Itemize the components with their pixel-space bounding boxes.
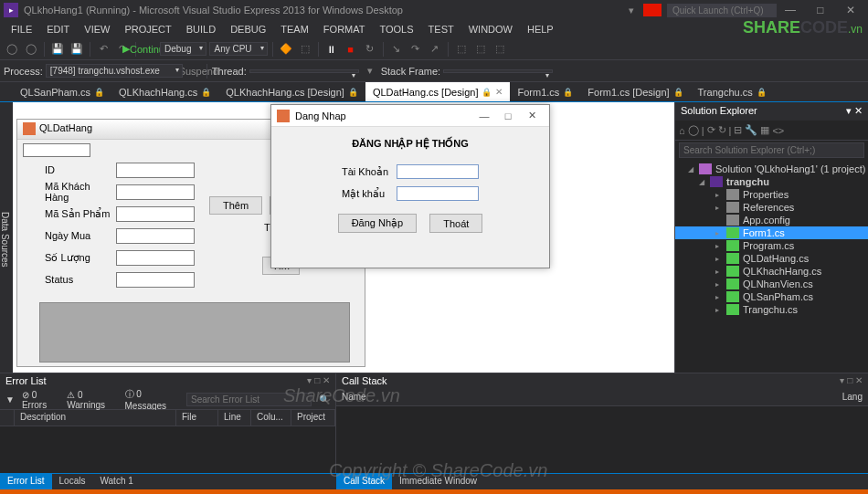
nav-back-icon[interactable]: ◯ [4,41,20,58]
menu-build[interactable]: BUILD [179,22,223,37]
menu-file[interactable]: FILE [4,22,39,37]
menu-team[interactable]: TEAM [273,22,316,37]
close-button[interactable]: ✕ [837,4,864,16]
design-surface[interactable]: QLDatHang ID Mã Khách Hàng Mã Sản Phẩm N… [13,102,674,373]
warnings-filter[interactable]: ⚠ 0 Warnings [67,390,117,410]
save-icon[interactable]: 💾 [49,41,66,58]
solution-explorer: Solution Explorer▾ ✕ ⌂◯| ⟳↻| ⊟🔧 ▦<> ◢Sol… [674,102,868,373]
step-over-icon[interactable]: ↷ [408,41,424,58]
input-soluong[interactable] [116,250,195,266]
tab-qlsanpham[interactable]: QLSanPham.cs🔒 [13,82,111,101]
suspend-button[interactable]: ⏸ Suspend [185,63,202,79]
breakpoint-icon[interactable]: 🔶 [278,41,294,58]
notify-down-icon[interactable]: ▾ [623,2,640,18]
messages-filter[interactable]: ⓘ 0 Messages [125,388,179,411]
filter-icon[interactable]: ▼ [5,394,15,405]
menu-test[interactable]: TEST [421,22,461,37]
home-icon[interactable]: ⌂ [679,125,685,136]
stop-icon[interactable]: ■ [343,41,359,58]
col-name[interactable]: Name [336,390,837,405]
dlg-maximize[interactable]: □ [496,110,520,121]
solution-search-input[interactable] [679,142,864,158]
back-icon[interactable]: ◯ [688,124,699,136]
collapse-icon[interactable]: ⊟ [734,124,742,136]
btn-dangnhap[interactable]: Đăng Nhập [338,214,418,233]
input-ngaymua[interactable] [116,228,195,244]
prop-icon[interactable]: 🔧 [745,124,757,136]
standard-toolbar: ◯ ◯ 💾 💾 ↶ ↷ ▶ Continue ▾ Debug Any CPU 🔶… [0,38,868,60]
input-masp[interactable] [116,206,195,222]
continue-button[interactable]: ▶ Continue ▾ [141,41,157,58]
menu-edit[interactable]: EDIT [39,22,77,37]
platform-dropdown[interactable]: Any CPU [209,42,267,56]
top-input[interactable] [23,143,90,157]
search-icon[interactable]: 🔍 [319,394,330,405]
hex-icon[interactable]: ⬚ [297,41,313,58]
minimize-button[interactable]: — [777,4,804,16]
col-lang[interactable]: Lang [837,390,868,405]
tab-locals[interactable]: Locals [52,474,93,489]
dlg-minimize[interactable]: — [472,110,496,121]
menu-project[interactable]: PROJECT [117,22,178,37]
refresh-icon[interactable]: ↻ [718,124,726,136]
data-sources-tab[interactable]: Data Sources [0,102,13,373]
document-tabs: QLSanPham.cs🔒 QLKhachHang.cs🔒 QLKhachHan… [0,82,868,102]
align-right-icon[interactable]: ⬚ [492,41,508,58]
form-cs-icon [726,266,739,277]
tab-qlkhachhang[interactable]: QLKhachHang.cs🔒 [111,82,218,101]
undo-icon[interactable]: ↶ [95,41,111,58]
errors-filter[interactable]: ⊘ 0 Errors [22,390,59,410]
menu-help[interactable]: HELP [520,22,561,37]
lbl-taikhoan: Tài Khoản [342,166,397,178]
step-out-icon[interactable]: ↗ [427,41,443,58]
title-bar: ▸ QLkhoHang1 (Running) - Microsoft Visua… [0,0,868,20]
stackframe-dropdown[interactable] [443,69,553,73]
align-left-icon[interactable]: ⬚ [453,41,470,58]
tab-error-list[interactable]: Error List [0,474,52,489]
menu-debug[interactable]: DEBUG [223,22,273,37]
align-center-icon[interactable]: ⬚ [472,41,489,58]
tab-call-stack[interactable]: Call Stack [336,474,392,489]
dialog-title: Dang Nhap [295,110,346,121]
menu-window[interactable]: WINDOW [461,22,520,37]
input-makh[interactable] [116,184,195,200]
tab-watch1[interactable]: Watch 1 [92,474,140,489]
maximize-button[interactable]: □ [807,4,834,16]
nav-fwd-icon[interactable]: ◯ [23,41,39,58]
cs-icon [726,240,739,251]
sync-icon[interactable]: ⟳ [707,124,715,136]
thread-dropdown[interactable] [249,69,359,73]
panel-buttons[interactable]: ▾ ✕ [846,105,863,118]
config-dropdown[interactable]: Debug [160,42,206,56]
showall-icon[interactable]: ▦ [760,124,769,136]
step-into-icon[interactable]: ↘ [388,41,405,58]
input-id[interactable] [116,163,195,178]
menu-format[interactable]: FORMAT [316,22,373,37]
tab-form1-design[interactable]: Form1.cs [Design]🔒 [580,82,690,101]
code-icon[interactable]: <> [772,125,784,136]
input-taikhoan[interactable] [397,164,479,179]
input-status[interactable] [116,272,195,288]
save-all-icon[interactable]: 💾 [69,41,85,58]
tab-qlkhachhang-design[interactable]: QLKhachHang.cs [Design]🔒 [218,82,365,101]
btn-them[interactable]: Thêm [209,196,262,215]
quick-launch-input[interactable] [667,4,777,17]
dlg-close[interactable]: ✕ [520,110,544,121]
tab-qldathang-design[interactable]: QLDatHang.cs [Design]🔒✕ [365,82,511,101]
flag-icon[interactable]: ▾ [362,63,378,79]
menu-tools[interactable]: TOOLS [372,22,420,37]
restart-icon[interactable]: ↻ [362,41,378,58]
tab-form1[interactable]: Form1.cs🔒 [510,82,580,101]
tab-immediate[interactable]: Immediate Window [392,474,484,489]
menu-view[interactable]: VIEW [77,22,117,37]
process-dropdown[interactable]: [7948] trangchu.vshost.exe [46,64,183,78]
error-search-input[interactable] [186,393,312,406]
form-cs-icon [726,279,739,289]
pause-icon[interactable]: ⏸ [323,41,340,58]
input-matkhau[interactable] [397,186,479,201]
solution-tree[interactable]: ◢Solution 'QLkhoHang1' (1 project) ◢tran… [675,161,868,373]
datagrid[interactable] [39,302,350,363]
btn-thoat[interactable]: Thoát [429,214,482,233]
tab-trangchu[interactable]: Trangchu.cs🔒 [691,82,774,101]
close-tab-icon[interactable]: ✕ [495,87,503,97]
